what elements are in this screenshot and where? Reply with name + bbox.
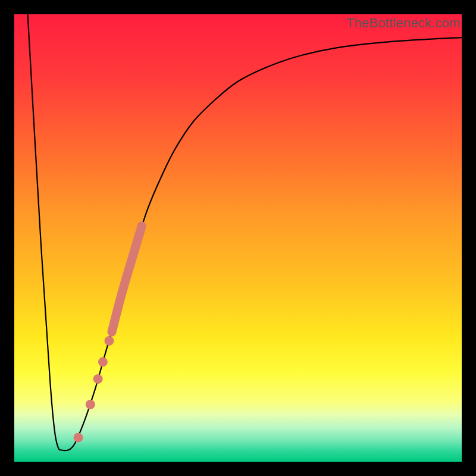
marker-dot [93,374,103,384]
marker-dot [86,400,95,409]
marker-dot [74,433,83,442]
plot-area: TheBottleneck.com [14,14,462,462]
chart-frame: TheBottleneck.com [0,0,476,476]
marker-dot [98,357,108,367]
marker-dot [104,336,114,346]
chart-svg [14,14,462,462]
watermark: TheBottleneck.com [346,15,461,31]
